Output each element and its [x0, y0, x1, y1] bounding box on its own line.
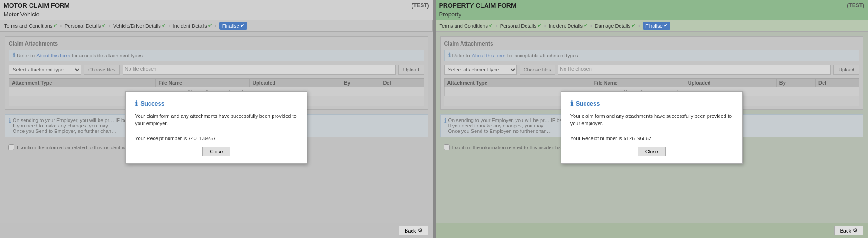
- property-tab-finalise[interactable]: Finalise ✔: [643, 22, 670, 30]
- motor-tab-vehicle[interactable]: Vehicle/Driver Details ✔: [113, 23, 166, 29]
- property-tab-personal-label: Personal Details: [500, 23, 536, 29]
- property-back-label: Back: [840, 228, 851, 233]
- property-tab-terms-label: Terms and Conditions: [440, 23, 488, 29]
- property-modal-title: Success: [576, 100, 600, 107]
- motor-nav-tabs: Terms and Conditions ✔ • Personal Detail…: [0, 20, 433, 32]
- motor-tab-vehicle-label: Vehicle/Driver Details: [113, 23, 161, 29]
- motor-back-label: Back: [405, 228, 416, 233]
- motor-modal-body: Your claim form and any attachments have…: [135, 112, 298, 142]
- property-tab-terms[interactable]: Terms and Conditions ✔: [440, 23, 493, 29]
- property-modal-success-icon: ℹ: [570, 99, 573, 108]
- motor-tab-personal[interactable]: Personal Details ✔: [64, 23, 106, 29]
- motor-modal-title: Success: [140, 100, 164, 107]
- property-modal-title-row: ℹ Success: [570, 99, 733, 108]
- motor-tab-incident-check: ✔: [208, 23, 212, 29]
- motor-tab-incident[interactable]: Incident Details ✔: [173, 23, 212, 29]
- property-subtitle: Property: [436, 11, 868, 20]
- motor-tab-terms-label: Terms and Conditions: [4, 23, 52, 29]
- motor-back-btn[interactable]: Back ⚙: [399, 226, 428, 235]
- property-modal-receipt: Your Receipt number is 5126196862: [570, 136, 651, 141]
- motor-modal-receipt: Your Receipt number is 7401139257: [135, 136, 216, 141]
- property-content: Claim Attachments ℹ Refer to About this …: [436, 32, 868, 223]
- motor-tab-incident-label: Incident Details: [173, 23, 207, 29]
- property-tab-incident-label: Incident Details: [549, 23, 583, 29]
- property-tab-personal[interactable]: Personal Details ✔: [500, 23, 541, 29]
- property-modal: ℹ Success Your claim form and any attach…: [561, 91, 743, 164]
- property-modal-close-row: Close: [570, 147, 733, 156]
- motor-modal-body-line1: Your claim form and any attachments have…: [135, 113, 296, 127]
- motor-modal-close-btn[interactable]: Close: [202, 147, 230, 156]
- property-tab-incident[interactable]: Incident Details ✔: [549, 23, 588, 29]
- property-test-badge: (TEST): [847, 2, 864, 9]
- property-tab-incident-check: ✔: [584, 23, 588, 29]
- property-title: PROPERTY CLAIM FORM: [439, 2, 516, 9]
- motor-tab-vehicle-check: ✔: [162, 23, 166, 29]
- motor-modal-overlay: ℹ Success Your claim form and any attach…: [0, 32, 433, 223]
- property-tab-damage-label: Damage Details: [595, 23, 630, 29]
- motor-tab-terms[interactable]: Terms and Conditions ✔: [4, 23, 57, 29]
- motor-tab-terms-check: ✔: [53, 23, 57, 29]
- property-modal-body: Your claim form and any attachments have…: [570, 112, 733, 142]
- motor-modal: ℹ Success Your claim form and any attach…: [125, 91, 307, 164]
- motor-back-icon: ⚙: [418, 228, 422, 233]
- property-tab-damage[interactable]: Damage Details ✔: [595, 23, 635, 29]
- property-tab-terms-check: ✔: [489, 23, 493, 29]
- motor-test-badge: (TEST): [412, 2, 429, 9]
- motor-content: Claim Attachments ℹ Refer to About this …: [0, 32, 433, 223]
- property-bottom-bar: Back ⚙: [436, 223, 868, 238]
- motor-modal-title-row: ℹ Success: [135, 99, 298, 108]
- property-modal-overlay: ℹ Success Your claim form and any attach…: [436, 32, 868, 223]
- motor-modal-success-icon: ℹ: [135, 99, 138, 108]
- property-back-icon: ⚙: [853, 228, 858, 233]
- property-nav-tabs: Terms and Conditions ✔ • Personal Detail…: [436, 20, 868, 32]
- property-tab-finalise-label: Finalise: [645, 23, 663, 29]
- property-modal-body-line1: Your claim form and any attachments have…: [570, 113, 732, 127]
- motor-title: MOTOR CLAIM FORM: [4, 2, 69, 9]
- property-tab-damage-check: ✔: [631, 23, 635, 29]
- property-claim-panel: PROPERTY CLAIM FORM (TEST) Property Term…: [436, 0, 868, 238]
- motor-claim-panel: MOTOR CLAIM FORM (TEST) Motor Vehicle Te…: [0, 0, 433, 238]
- property-modal-close-btn[interactable]: Close: [638, 147, 666, 156]
- motor-tab-finalise-label: Finalise: [222, 23, 239, 29]
- motor-subtitle: Motor Vehicle: [0, 11, 433, 20]
- motor-tab-personal-check: ✔: [102, 23, 106, 29]
- motor-header: MOTOR CLAIM FORM (TEST): [0, 0, 433, 11]
- motor-tab-personal-label: Personal Details: [64, 23, 101, 29]
- property-header: PROPERTY CLAIM FORM (TEST): [436, 0, 868, 11]
- motor-modal-close-row: Close: [135, 147, 298, 156]
- motor-tab-finalise[interactable]: Finalise ✔: [219, 22, 247, 30]
- motor-bottom-bar: Back ⚙: [0, 223, 433, 238]
- property-tab-finalise-check: ✔: [664, 23, 668, 29]
- property-back-btn[interactable]: Back ⚙: [834, 226, 863, 235]
- motor-tab-finalise-check: ✔: [240, 23, 244, 29]
- property-tab-personal-check: ✔: [537, 23, 541, 29]
